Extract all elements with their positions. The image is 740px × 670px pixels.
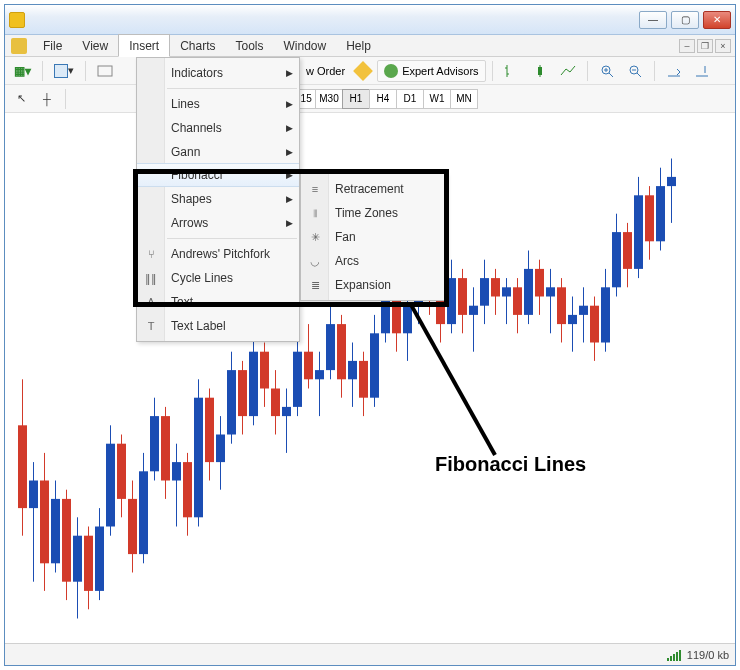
fibonacci-submenu: ≡Retracement⦀Time Zones✳Fan◡Arcs≣Expansi…	[300, 173, 446, 301]
new-chart-button[interactable]: ▦▾	[9, 60, 36, 82]
minimize-button[interactable]: —	[639, 11, 667, 29]
svg-rect-11	[51, 499, 60, 563]
timeframe-d1[interactable]: D1	[396, 89, 424, 109]
svg-rect-63	[337, 324, 346, 379]
menu-item-label: Shapes	[171, 192, 212, 206]
insert-item-andrews-pitchfork[interactable]: ⑂Andrews' Pitchfork	[137, 242, 299, 266]
separator	[587, 61, 588, 81]
menu-view[interactable]: View	[72, 35, 118, 56]
svg-rect-105	[568, 315, 577, 324]
toolbar-main: ▦▾ ▾ w Order Expert Advisors	[5, 57, 735, 85]
menu-icon	[143, 65, 159, 81]
fibonacci-item-expansion[interactable]: ≣Expansion	[301, 273, 445, 297]
insert-item-arrows[interactable]: Arrows▶	[137, 211, 299, 235]
svg-rect-121	[656, 186, 665, 241]
new-order-label[interactable]: w Order	[302, 65, 349, 77]
svg-rect-119	[645, 195, 654, 241]
menu-icon: A	[143, 294, 159, 310]
menu-item-label: Text Label	[171, 319, 226, 333]
menu-window[interactable]: Window	[274, 35, 337, 56]
menu-help[interactable]: Help	[336, 35, 381, 56]
profiles-button[interactable]: ▾	[49, 60, 79, 82]
submenu-arrow-icon: ▶	[286, 123, 293, 133]
insert-dropdown: Indicators▶Lines▶Channels▶Gann▶Fibonacci…	[136, 57, 300, 342]
insert-item-shapes[interactable]: Shapes▶	[137, 187, 299, 211]
menu-icon: ‖‖	[143, 270, 159, 286]
crosshair-button[interactable]: ┼	[35, 88, 59, 110]
fibonacci-item-fan[interactable]: ✳Fan	[301, 225, 445, 249]
svg-rect-61	[326, 324, 335, 370]
zoom-out-button[interactable]	[622, 60, 648, 82]
mdi-restore-button[interactable]: ❐	[697, 39, 713, 53]
menu-file[interactable]: File	[33, 35, 72, 56]
fibonacci-item-retracement[interactable]: ≡Retracement	[301, 177, 445, 201]
insert-item-fibonacci[interactable]: Fibonacci▶	[137, 163, 299, 187]
svg-rect-33	[172, 462, 181, 480]
svg-rect-99	[535, 269, 544, 297]
svg-rect-53	[282, 407, 291, 416]
insert-item-text[interactable]: AText	[137, 290, 299, 314]
svg-rect-25	[128, 499, 137, 554]
timeframe-h1[interactable]: H1	[342, 89, 370, 109]
separator	[85, 61, 86, 81]
insert-item-indicators[interactable]: Indicators▶	[137, 61, 299, 85]
svg-rect-31	[161, 416, 170, 480]
svg-rect-15	[73, 536, 82, 582]
cursor-button[interactable]: ↖	[9, 88, 33, 110]
alert-icon[interactable]	[351, 60, 375, 82]
menu-insert[interactable]: Insert	[118, 34, 170, 57]
menu-icon	[143, 96, 159, 112]
fibonacci-item-time-zones[interactable]: ⦀Time Zones	[301, 201, 445, 225]
menu-separator	[167, 238, 297, 239]
mdi-minimize-button[interactable]: –	[679, 39, 695, 53]
insert-item-gann[interactable]: Gann▶	[137, 140, 299, 164]
timeframe-h4[interactable]: H4	[369, 89, 397, 109]
app-icon	[9, 12, 25, 28]
insert-item-lines[interactable]: Lines▶	[137, 92, 299, 116]
insert-item-cycle-lines[interactable]: ‖‖Cycle Lines	[137, 266, 299, 290]
market-watch-button[interactable]	[92, 60, 118, 82]
svg-rect-45	[238, 370, 247, 416]
svg-rect-97	[524, 269, 533, 315]
line-chart-button[interactable]	[555, 60, 581, 82]
svg-rect-29	[150, 416, 159, 471]
separator	[42, 61, 43, 81]
submenu-arrow-icon: ▶	[286, 147, 293, 157]
expert-advisors-button[interactable]: Expert Advisors	[377, 60, 485, 82]
fibonacci-item-arcs[interactable]: ◡Arcs	[301, 249, 445, 273]
svg-rect-27	[139, 471, 148, 554]
svg-rect-37	[194, 398, 203, 518]
svg-rect-21	[106, 444, 115, 527]
svg-rect-115	[623, 232, 632, 269]
insert-item-text-label[interactable]: TText Label	[137, 314, 299, 338]
insert-item-channels[interactable]: Channels▶	[137, 116, 299, 140]
zoom-in-button[interactable]	[594, 60, 620, 82]
svg-rect-113	[612, 232, 621, 287]
candle-chart-button[interactable]	[527, 60, 553, 82]
svg-rect-95	[513, 287, 522, 315]
menu-icon: ◡	[307, 253, 323, 269]
mdi-close-button[interactable]: ×	[715, 39, 731, 53]
svg-rect-89	[480, 278, 489, 306]
chart-shift-button[interactable]	[689, 60, 715, 82]
auto-scroll-button[interactable]	[661, 60, 687, 82]
menu-charts[interactable]: Charts	[170, 35, 225, 56]
separator	[65, 89, 66, 109]
submenu-arrow-icon: ▶	[286, 194, 293, 204]
menu-tools[interactable]: Tools	[226, 35, 274, 56]
ea-label: Expert Advisors	[402, 65, 478, 77]
svg-rect-111	[601, 287, 610, 342]
maximize-button[interactable]: ▢	[671, 11, 699, 29]
svg-rect-47	[249, 352, 258, 416]
menu-icon: ⦀	[307, 205, 323, 221]
menu-item-label: Andrews' Pitchfork	[171, 247, 270, 261]
close-button[interactable]: ✕	[703, 11, 731, 29]
bar-chart-button[interactable]	[499, 60, 525, 82]
timeframe-w1[interactable]: W1	[423, 89, 451, 109]
menu-item-label: Fibonacci	[171, 168, 222, 182]
timeframe-mn[interactable]: MN	[450, 89, 478, 109]
svg-rect-123	[667, 177, 676, 186]
timeframe-m30[interactable]: M30	[315, 89, 343, 109]
svg-rect-35	[183, 462, 192, 517]
svg-rect-75	[403, 306, 412, 334]
